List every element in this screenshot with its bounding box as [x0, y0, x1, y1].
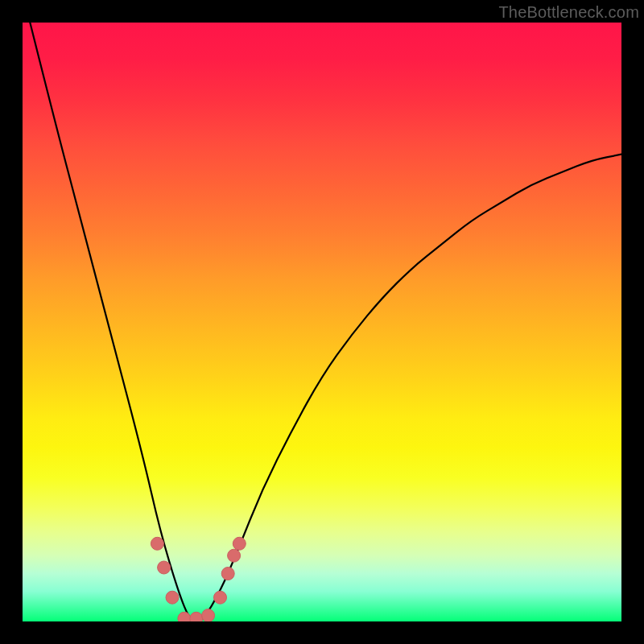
- curve-marker: [228, 549, 241, 562]
- curve-marker: [221, 568, 234, 580]
- curve-marker: [202, 609, 215, 621]
- curve-marker: [166, 591, 179, 604]
- curve-marker: [151, 537, 163, 550]
- curve-marker: [214, 591, 227, 604]
- chart-frame: TheBottleneck.com: [0, 0, 644, 644]
- curve-marker: [233, 537, 246, 550]
- curve-marker: [158, 561, 171, 574]
- curve-marker: [190, 612, 203, 621]
- watermark-text: TheBottleneck.com: [498, 3, 639, 22]
- plot-area: [23, 23, 621, 621]
- curve-marker: [178, 612, 191, 621]
- bottleneck-curve: [23, 23, 621, 621]
- bottleneck-curve-svg: [23, 23, 621, 621]
